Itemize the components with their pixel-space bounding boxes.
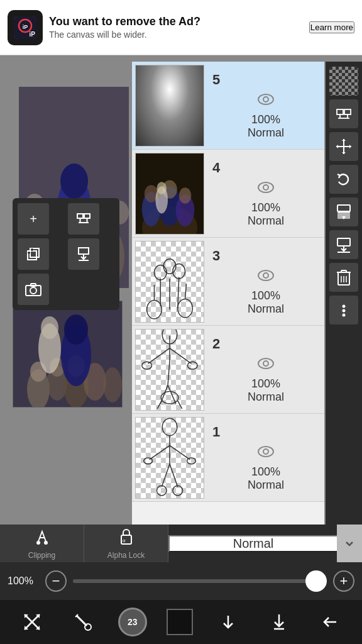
svg-point-58	[154, 265, 167, 280]
brush-size-indicator[interactable]: 23	[118, 608, 147, 636]
layer-5-visibility-icon	[257, 93, 275, 109]
layer-5-info: 5 100% Normal	[207, 67, 324, 145]
bottom-mode-bar: Clipping α Alpha Lock Normal	[0, 525, 362, 562]
svg-point-117	[343, 305, 346, 308]
zoom-bar: 100% − +	[0, 562, 362, 600]
svg-point-83	[263, 361, 268, 366]
svg-point-57	[263, 185, 268, 190]
layer-item-2[interactable]: 2 100% Normal	[132, 326, 324, 414]
checkerboard-button[interactable]	[329, 67, 358, 96]
layer-item-1[interactable]: 1 100% Normal	[132, 414, 324, 502]
ad-subtitle: The canvas will be wider.	[49, 30, 303, 40]
back-button[interactable]	[314, 606, 346, 638]
svg-line-78	[168, 385, 176, 403]
svg-point-79	[161, 391, 178, 404]
flip-button[interactable]	[329, 197, 358, 226]
layer-4-info: 4 100% Normal	[207, 155, 324, 233]
layer-3-opacity: 100%	[251, 289, 280, 303]
svg-line-90	[162, 464, 170, 486]
blend-mode-chevron[interactable]	[337, 525, 362, 562]
reference-button[interactable]	[68, 203, 99, 235]
zoom-label: 100%	[8, 575, 39, 587]
svg-text:iP: iP	[23, 24, 28, 30]
layer-2-blend: Normal	[248, 391, 284, 404]
svg-rect-30	[84, 214, 90, 218]
small-canvas-preview[interactable]	[13, 301, 123, 408]
svg-point-82	[258, 358, 273, 369]
clipping-button[interactable]: Clipping	[0, 525, 84, 562]
svg-point-120	[36, 541, 40, 545]
layer-1-number: 1	[212, 424, 220, 440]
export-button[interactable]	[329, 230, 358, 259]
layers-down-button[interactable]	[263, 606, 295, 638]
svg-line-87	[170, 445, 190, 460]
svg-line-81	[178, 401, 182, 409]
scroll-down-button[interactable]	[212, 606, 244, 638]
svg-line-126	[77, 616, 87, 626]
svg-rect-103	[337, 205, 350, 211]
svg-line-86	[150, 445, 170, 460]
svg-point-75	[187, 362, 197, 369]
add-layer-button[interactable]: +	[18, 203, 49, 235]
svg-line-91	[170, 464, 178, 486]
layer-2-info: 2 100% Normal	[207, 331, 324, 409]
duplicate-button[interactable]	[18, 238, 49, 270]
layer-4-thumbnail	[135, 153, 204, 235]
svg-point-95	[263, 449, 268, 454]
svg-point-64	[147, 300, 162, 318]
move-button[interactable]	[329, 132, 358, 161]
blend-mode-label: Normal	[233, 536, 273, 550]
svg-point-84	[162, 418, 177, 435]
svg-point-21	[103, 367, 122, 402]
zoom-out-button[interactable]: −	[45, 570, 67, 592]
brush-size-value: 23	[128, 617, 138, 627]
svg-point-55	[156, 182, 167, 194]
svg-point-94	[258, 447, 273, 457]
layer-2-opacity: 100%	[251, 377, 280, 391]
zoom-thumb[interactable]	[305, 570, 327, 592]
right-toolbar	[326, 62, 362, 525]
color-swatch[interactable]	[167, 609, 193, 635]
svg-rect-29	[77, 214, 83, 218]
ad-banner: iP You want to remove the Ad? The canvas…	[0, 0, 362, 55]
transform-reference-button[interactable]	[329, 99, 358, 128]
clipping-icon	[33, 528, 51, 548]
more-options-button[interactable]	[329, 296, 358, 325]
alpha-lock-icon: α	[118, 528, 134, 548]
layer-2-number: 2	[212, 336, 220, 352]
layer-item-4[interactable]: 4 100% Normal	[132, 150, 324, 238]
svg-point-44	[258, 94, 273, 104]
svg-point-53	[179, 187, 192, 204]
camera-button[interactable]	[18, 274, 49, 305]
alpha-lock-button[interactable]: α Alpha Lock	[84, 525, 168, 562]
svg-rect-106	[337, 238, 350, 246]
layer-4-visibility-icon	[257, 181, 275, 197]
layer-5-blend: Normal	[248, 126, 284, 140]
undo-button[interactable]	[329, 165, 358, 194]
main-area: +	[0, 55, 362, 644]
clipping-label: Clipping	[28, 551, 55, 560]
transform-arrow-button[interactable]	[16, 606, 48, 638]
svg-point-92	[156, 486, 167, 496]
layer-5-opacity: 100%	[251, 113, 280, 126]
svg-point-93	[173, 486, 183, 496]
layer-4-opacity: 100%	[251, 201, 280, 214]
alpha-lock-label: Alpha Lock	[107, 551, 145, 560]
ad-learn-more-button[interactable]: Learn more	[309, 21, 354, 33]
layer-item-3[interactable]: 3 100% Normal	[132, 238, 324, 326]
layer-2-thumbnail	[135, 329, 204, 411]
canvas-area: +	[6, 68, 132, 433]
layer-3-number: 3	[212, 248, 220, 264]
svg-point-127	[85, 624, 91, 630]
svg-point-68	[258, 270, 273, 280]
layer-3-info: 3 100% Normal	[207, 243, 324, 321]
layer-4-blend: Normal	[248, 214, 284, 228]
paint-brush-button[interactable]	[67, 606, 99, 638]
ad-title: You want to remove the Ad?	[49, 15, 303, 28]
merge-down-button[interactable]	[68, 238, 99, 270]
blend-mode-button[interactable]: Normal	[168, 535, 337, 552]
layer-item-5[interactable]: 5 100% Normal	[132, 62, 324, 150]
layer-5-thumbnail	[135, 65, 204, 147]
trash-button[interactable]	[329, 263, 358, 292]
zoom-in-button[interactable]: +	[333, 570, 354, 592]
